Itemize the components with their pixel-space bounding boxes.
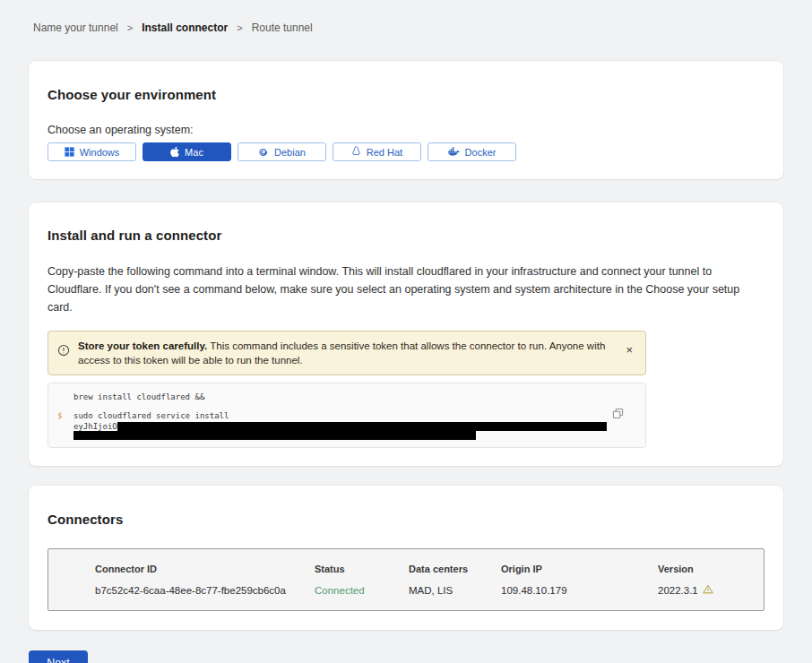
os-button-windows[interactable]: Windows <box>48 142 136 161</box>
code-line-sudo: sudo cloudflared service install <box>73 411 645 420</box>
next-button[interactable]: Next <box>29 650 88 663</box>
code-line-brew: brew install cloudflared && <box>73 392 645 401</box>
windows-icon <box>65 147 74 157</box>
os-button-debian[interactable]: Debian <box>238 142 326 161</box>
token-prefix: eyJhIjoiO <box>73 422 117 431</box>
breadcrumb: Name your tunnel > Install connector > R… <box>0 0 812 34</box>
token-redaction-bar <box>73 431 476 440</box>
token-warning-text: Store your token carefully.This command … <box>78 339 616 367</box>
os-button-docker[interactable]: Docker <box>428 142 516 161</box>
install-command-codeblock[interactable]: brew install cloudflared && $ sudo cloud… <box>48 383 646 448</box>
token-warning-banner: Store your token carefully.This command … <box>48 331 646 375</box>
connector-id-value: b7c52c42-6caa-48ee-8c77-fbe259cb6c0a <box>95 585 315 596</box>
connector-status-value: Connected <box>315 585 409 596</box>
connectors-table: Connector ID Status Data centers Origin … <box>48 548 764 611</box>
header-version: Version <box>658 564 764 574</box>
os-button-group: Windows Mac Debian Red Hat Docker <box>48 142 764 161</box>
os-button-label: Docker <box>465 147 497 158</box>
environment-card: Choose your environment Choose an operat… <box>29 61 783 179</box>
header-connector-id: Connector ID <box>95 564 315 574</box>
connectors-table-header-row: Connector ID Status Data centers Origin … <box>95 564 764 574</box>
version-warning-icon[interactable] <box>703 584 713 596</box>
connector-data-centers-value: MAD, LIS <box>409 585 501 596</box>
connector-version-cell: 2022.3.1 <box>658 584 764 596</box>
connector-origin-ip-value: 109.48.10.179 <box>501 585 658 596</box>
os-button-mac[interactable]: Mac <box>143 142 231 161</box>
install-connector-card: Install and run a connector Copy-paste t… <box>29 202 783 466</box>
environment-card-title: Choose your environment <box>48 87 764 102</box>
breadcrumb-route-tunnel[interactable]: Route tunnel <box>252 22 313 34</box>
apple-icon <box>170 146 179 158</box>
os-button-label: Debian <box>274 147 306 158</box>
code-line-token: eyJhIjoiO <box>73 421 645 431</box>
install-card-title: Install and run a connector <box>48 228 764 243</box>
breadcrumb-install-connector[interactable]: Install connector <box>142 22 228 34</box>
install-card-description: Copy-paste the following command into a … <box>48 263 760 316</box>
os-button-label: Red Hat <box>367 147 402 158</box>
shell-prompt: $ <box>57 411 62 420</box>
connector-version-value: 2022.3.1 <box>658 585 698 596</box>
copy-icon <box>612 409 624 422</box>
breadcrumb-separator: > <box>237 22 242 33</box>
token-warning-title: Store your token carefully. <box>78 340 207 351</box>
linux-penguin-icon <box>351 146 361 158</box>
breadcrumb-name-your-tunnel[interactable]: Name your tunnel <box>33 22 118 34</box>
os-button-label: Mac <box>185 147 203 158</box>
header-status: Status <box>315 564 409 574</box>
breadcrumb-separator: > <box>127 22 133 33</box>
os-select-label: Choose an operating system: <box>48 124 764 136</box>
connector-table-row: b7c52c42-6caa-48ee-8c77-fbe259cb6c0a Con… <box>95 584 764 596</box>
header-origin-ip: Origin IP <box>501 564 658 574</box>
docker-whale-icon <box>448 147 460 157</box>
connectors-card: Connectors Connector ID Status Data cent… <box>29 486 783 630</box>
debian-swirl-icon <box>258 147 269 158</box>
connectors-card-title: Connectors <box>48 512 764 527</box>
os-button-redhat[interactable]: Red Hat <box>333 142 421 161</box>
copy-command-button[interactable] <box>612 408 624 422</box>
token-redaction-bar <box>117 422 607 431</box>
warning-close-button[interactable]: × <box>624 344 635 356</box>
os-button-label: Windows <box>80 147 120 158</box>
alert-circle-icon <box>57 344 70 360</box>
header-data-centers: Data centers <box>409 564 501 574</box>
